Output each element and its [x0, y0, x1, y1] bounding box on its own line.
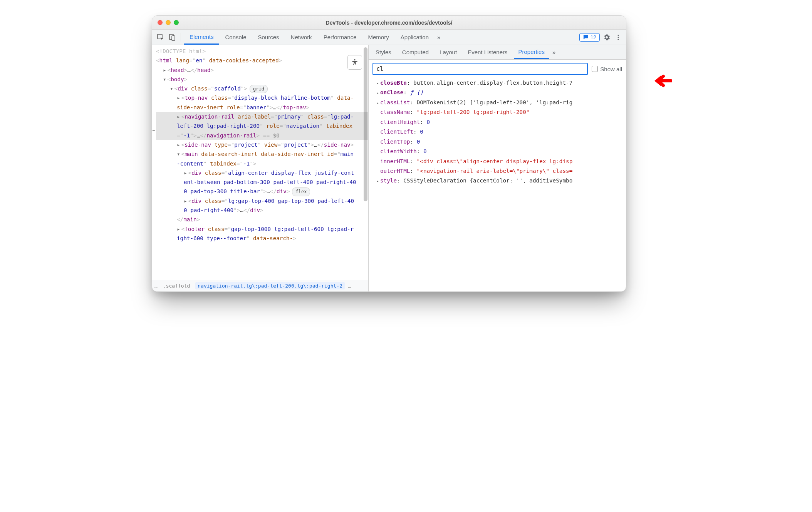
devtools-window: DevTools - developer.chrome.com/docs/dev…: [152, 15, 626, 292]
tab-label: Performance: [324, 34, 357, 40]
inspect-element-icon[interactable]: [155, 32, 166, 43]
property-row[interactable]: clientWidth: 0: [371, 147, 626, 156]
property-row[interactable]: ▸style: CSSStyleDeclaration {accentColor…: [371, 176, 626, 186]
toolbar-right-cluster: 12: [579, 33, 623, 42]
tab-network[interactable]: Network: [285, 30, 317, 45]
window-titlebar: DevTools - developer.chrome.com/docs/dev…: [152, 16, 626, 30]
dom-line[interactable]: ▸<div class="align-center display-flex j…: [156, 168, 368, 196]
chevron-double-right-icon: »: [552, 49, 555, 55]
tab-console[interactable]: Console: [220, 30, 252, 45]
dom-line[interactable]: ▸<top-nav class="display-block hairline-…: [156, 93, 368, 112]
tab-properties[interactable]: Properties: [514, 45, 549, 59]
property-row[interactable]: clientHeight: 0: [371, 117, 626, 127]
tab-performance[interactable]: Performance: [318, 30, 362, 45]
message-icon: [583, 34, 589, 40]
tab-label: Computed: [402, 49, 429, 55]
dom-line[interactable]: ▾<body>: [156, 75, 368, 84]
tab-styles[interactable]: Styles: [371, 45, 396, 59]
tab-label: Event Listeners: [468, 49, 507, 55]
breadcrumb: … .scaffold navigation-rail.lg\:pad-left…: [152, 280, 368, 291]
issues-badge[interactable]: 12: [579, 33, 600, 42]
gutter-ellipsis-icon: ⋯: [152, 125, 155, 136]
breadcrumb-leading: …: [154, 283, 158, 289]
dom-line[interactable]: ▸<navigation-rail aria-label="primary" c…: [156, 112, 368, 140]
property-row[interactable]: ▸classList: DOMTokenList(2) ['lg:pad-lef…: [371, 98, 626, 107]
dom-tree[interactable]: ⋯ <!DOCTYPE html><html lang="en" data-co…: [152, 45, 368, 280]
tab-label: Properties: [518, 49, 545, 55]
dom-line[interactable]: ▸<div class="lg:gap-top-400 gap-top-300 …: [156, 196, 368, 215]
properties-filter-input[interactable]: [372, 63, 588, 75]
dom-line[interactable]: ▸<head>…</head>: [156, 65, 368, 75]
sidebar-pane: Styles Computed Layout Event Listeners P…: [369, 45, 626, 291]
tab-event-listeners[interactable]: Event Listeners: [463, 45, 512, 59]
scrollbar-thumb[interactable]: [364, 47, 367, 201]
tab-label: Styles: [376, 49, 391, 55]
dom-line[interactable]: </main>: [156, 215, 368, 224]
svg-point-5: [618, 38, 619, 40]
tab-elements[interactable]: Elements: [184, 30, 219, 45]
elements-pane: ⋯ <!DOCTYPE html><html lang="en" data-co…: [152, 45, 369, 291]
device-toolbar-icon[interactable]: [167, 32, 178, 43]
property-row[interactable]: outerHTML: "<navigation-rail aria-label=…: [371, 166, 626, 176]
more-menu-icon[interactable]: [614, 33, 623, 42]
tab-label: Network: [291, 34, 312, 40]
property-row[interactable]: className: "lg:pad-left-200 lg:pad-right…: [371, 107, 626, 117]
property-row[interactable]: ▸onClose: ƒ (): [371, 88, 626, 97]
tab-label: Application: [401, 34, 429, 40]
tab-label: Elements: [190, 33, 214, 40]
tab-memory[interactable]: Memory: [363, 30, 394, 45]
breadcrumb-item[interactable]: .scaffold: [161, 282, 192, 289]
accessibility-button[interactable]: [347, 55, 362, 70]
property-row[interactable]: clientTop: 0: [371, 137, 626, 147]
tab-computed[interactable]: Computed: [398, 45, 433, 59]
tab-application[interactable]: Application: [395, 30, 434, 45]
svg-point-6: [354, 59, 355, 60]
property-row[interactable]: ▸closeBtn: button.align-center.display-f…: [371, 78, 626, 88]
svg-rect-2: [172, 36, 175, 40]
tabs-overflow-button[interactable]: »: [435, 30, 443, 45]
dom-line[interactable]: ▾<div class="scaffold">grid: [156, 84, 368, 93]
breadcrumb-item-active[interactable]: navigation-rail.lg\:pad-left-200.lg\:pad…: [195, 282, 345, 289]
properties-filter-bar: Show all: [369, 60, 626, 78]
tab-sources[interactable]: Sources: [253, 30, 285, 45]
chevron-double-right-icon: »: [437, 34, 440, 40]
properties-list[interactable]: ▸closeBtn: button.align-center.display-f…: [369, 78, 626, 291]
svg-point-4: [618, 37, 619, 38]
breadcrumb-trailing: …: [348, 283, 351, 289]
tab-label: Sources: [258, 34, 279, 40]
show-all-checkbox[interactable]: Show all: [592, 66, 622, 72]
dom-line[interactable]: ▸<footer class="gap-top-1000 lg:pad-left…: [156, 224, 368, 243]
window-title: DevTools - developer.chrome.com/docs/dev…: [152, 20, 626, 26]
accessibility-icon: [351, 59, 359, 66]
separator: [181, 33, 181, 42]
tab-layout[interactable]: Layout: [435, 45, 461, 59]
split-panes: ⋯ <!DOCTYPE html><html lang="en" data-co…: [152, 45, 626, 291]
sidebar-tabs-overflow[interactable]: »: [551, 45, 557, 59]
svg-point-3: [618, 35, 619, 36]
settings-gear-icon[interactable]: [602, 33, 611, 42]
annotation-arrow-icon: [653, 73, 672, 90]
property-row[interactable]: clientLeft: 0: [371, 127, 626, 137]
dom-line[interactable]: <!DOCTYPE html>: [156, 47, 368, 56]
main-tabstrip: Elements Console Sources Network Perform…: [152, 30, 626, 45]
issues-count: 12: [590, 34, 596, 40]
show-all-label: Show all: [600, 66, 622, 72]
tab-label: Console: [225, 34, 247, 40]
dom-line[interactable]: <html lang="en" data-cookies-accepted>: [156, 56, 368, 65]
dom-line[interactable]: ▸<side-nav type="project" view="project"…: [156, 140, 368, 149]
tab-label: Memory: [368, 34, 389, 40]
checkbox-icon: [592, 66, 598, 72]
dom-line[interactable]: ▾<main data-search-inert data-side-nav-i…: [156, 149, 368, 168]
tab-label: Layout: [440, 49, 457, 55]
sidebar-tabstrip: Styles Computed Layout Event Listeners P…: [369, 45, 626, 60]
property-row[interactable]: innerHTML: "<div class=\"align-center di…: [371, 157, 626, 166]
